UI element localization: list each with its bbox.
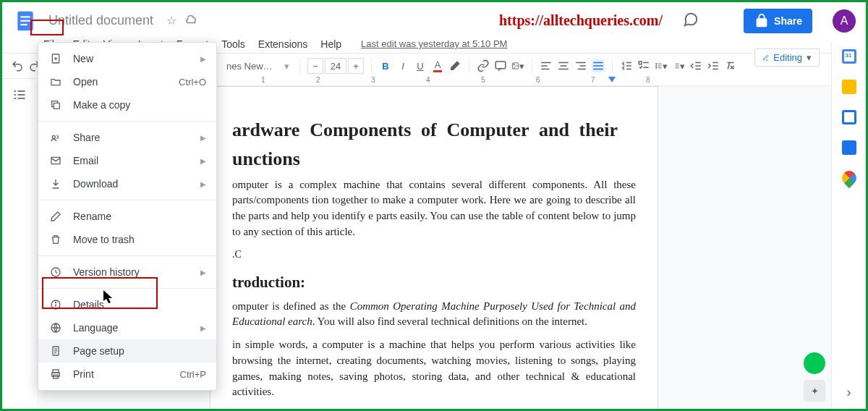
chevron-right-icon: ▶ [200, 180, 206, 188]
folder-icon [48, 76, 63, 88]
subheading: troduction: [232, 274, 636, 292]
svg-point-27 [656, 67, 657, 68]
align-left-icon[interactable] [540, 59, 553, 72]
highlight-button[interactable] [448, 59, 461, 72]
shortcut-label: Ctrl+O [179, 77, 206, 88]
menu-item-page-setup[interactable]: Page setup [38, 339, 216, 363]
font-name: nes New… [226, 61, 273, 72]
mode-switcher[interactable]: Editing ▾ [754, 48, 820, 67]
calendar-app-icon[interactable] [842, 49, 856, 64]
marker: .C [232, 249, 636, 260]
menu-item-label: Make a copy [73, 99, 130, 111]
keep-app-icon[interactable] [842, 80, 856, 94]
align-justify-icon[interactable] [592, 59, 605, 72]
pencil-icon [48, 211, 63, 222]
menu-item-rename[interactable]: Rename [38, 205, 216, 228]
line-spacing-icon[interactable] [620, 59, 633, 72]
menu-item-make-a-copy[interactable]: Make a copy [38, 93, 216, 116]
increase-indent-icon[interactable] [707, 59, 720, 72]
dictation-button[interactable] [804, 352, 825, 374]
annotation-file-highlight [30, 20, 64, 35]
download-icon [48, 178, 63, 190]
menu-item-open[interactable]: OpenCtrl+O [38, 70, 216, 93]
svg-rect-3 [20, 24, 27, 25]
menu-extensions[interactable]: Extensions [253, 36, 312, 52]
menu-item-share[interactable]: Share▶ [38, 126, 216, 149]
chevron-right-icon: ▶ [200, 157, 206, 165]
align-right-icon[interactable] [574, 59, 587, 72]
menu-help[interactable]: Help [315, 36, 346, 52]
cloud-status-icon[interactable] [185, 13, 198, 29]
file-menu-dropdown: New▶OpenCtrl+OMake a copyShare▶Email▶Dow… [38, 42, 217, 391]
menu-item-label: Rename [73, 211, 111, 222]
cursor-icon [103, 290, 115, 307]
increase-size-button[interactable]: + [348, 58, 364, 74]
menu-item-language[interactable]: Language▶ [38, 316, 216, 339]
globe-icon [48, 322, 63, 334]
menu-item-label: Move to trash [73, 234, 135, 245]
annotation-pagesetup-highlight [42, 277, 158, 309]
svg-marker-46 [608, 77, 616, 82]
font-size-stepper[interactable]: − 24 + [307, 58, 364, 74]
maps-app-icon[interactable] [838, 168, 859, 188]
ruler-tick: 8 [646, 76, 650, 84]
menu-tools[interactable]: Tools [216, 36, 250, 52]
insert-link-icon[interactable] [477, 59, 490, 72]
menu-item-label: Language [73, 322, 118, 334]
paragraph: omputer is defined as the Common Operati… [232, 299, 636, 331]
ruler-tick: 2 [316, 76, 320, 84]
share-button[interactable]: Share [744, 9, 812, 33]
page-icon [48, 345, 63, 357]
outline-icon[interactable] [12, 88, 27, 104]
star-icon[interactable]: ☆ [166, 14, 176, 27]
ruler-tick: 1 [261, 76, 265, 84]
checklist-icon[interactable] [637, 59, 650, 72]
share-icon [48, 132, 63, 143]
font-size-value[interactable]: 24 [325, 58, 346, 74]
bulleted-list-icon[interactable]: ▾ [655, 59, 668, 72]
contacts-app-icon[interactable] [842, 140, 856, 155]
right-indent-marker[interactable] [608, 77, 616, 84]
mail-icon [48, 155, 63, 166]
chevron-right-icon: ▶ [200, 324, 206, 332]
title-bar: Untitled document ☆ https://alltechqueri… [2, 2, 866, 35]
ruler-tick: 6 [536, 76, 540, 84]
plus-page-icon [48, 53, 63, 64]
menu-item-label: New [73, 53, 93, 64]
menu-item-move-to-trash[interactable]: Move to trash [38, 228, 216, 251]
menu-item-label: Page setup [73, 345, 124, 357]
account-avatar[interactable]: A [833, 9, 856, 33]
decrease-indent-icon[interactable] [689, 59, 702, 72]
comment-history-icon[interactable] [683, 12, 699, 30]
menu-item-label: Email [73, 155, 98, 166]
page[interactable]: ardware Components of Computer and their… [210, 86, 658, 409]
decrease-size-button[interactable]: − [307, 58, 323, 74]
undo-icon[interactable] [11, 59, 24, 72]
italic-button[interactable]: I [396, 59, 409, 72]
menu-item-label: Print [73, 368, 94, 380]
svg-rect-2 [20, 20, 30, 21]
svg-rect-22 [639, 62, 642, 64]
last-edit-link[interactable]: Last edit was yesterday at 5:10 PM [361, 38, 507, 49]
svg-point-26 [656, 65, 657, 66]
menu-item-email[interactable]: Email▶ [38, 149, 216, 172]
meet-icon[interactable] [713, 13, 729, 29]
underline-button[interactable]: U [414, 59, 427, 72]
copy-icon [48, 99, 63, 111]
heading-line1: ardware Components of Computer and their [232, 119, 618, 140]
insert-comment-icon[interactable] [494, 59, 507, 72]
explore-button[interactable]: ✦ [804, 380, 825, 402]
menu-item-print[interactable]: PrintCtrl+P [38, 363, 216, 386]
menu-item-download[interactable]: Download▶ [38, 172, 216, 195]
bold-button[interactable]: B [379, 59, 392, 72]
numbered-list-icon[interactable]: ▾ [672, 59, 685, 72]
share-label: Share [774, 15, 802, 27]
text-color-button[interactable]: A [431, 59, 444, 72]
font-family-select[interactable]: nes New…▾ [224, 57, 292, 75]
tasks-app-icon[interactable] [842, 110, 856, 124]
menu-item-new[interactable]: New▶ [38, 47, 216, 70]
clear-formatting-icon[interactable] [724, 59, 737, 72]
align-center-icon[interactable] [557, 59, 570, 72]
hide-side-panel-icon[interactable]: › [847, 385, 851, 400]
insert-image-icon[interactable]: ▾ [511, 59, 524, 72]
